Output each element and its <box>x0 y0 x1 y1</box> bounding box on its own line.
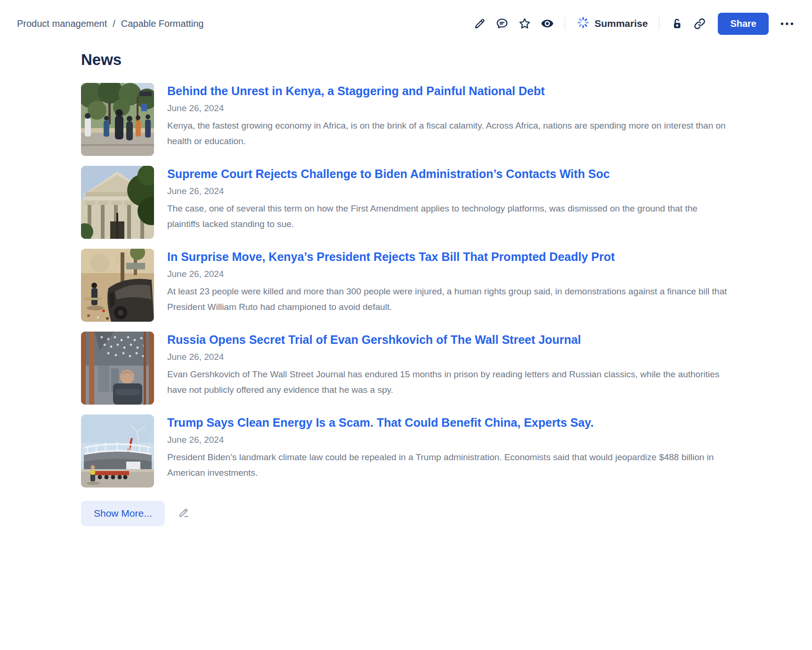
news-item-date: June 26, 2024 <box>167 352 732 362</box>
star-button[interactable] <box>516 15 534 32</box>
news-item-title-link[interactable]: Russia Opens Secret Trial of Evan Gershk… <box>167 333 732 347</box>
edit-button[interactable] <box>471 15 488 32</box>
wind-turbine-site-thumbnail <box>81 414 154 488</box>
news-item-date: June 26, 2024 <box>167 103 732 114</box>
link-icon <box>693 17 706 31</box>
more-ellipsis-icon <box>780 22 794 26</box>
news-item-title-link[interactable]: Supreme Court Rejects Challenge to Biden… <box>167 167 732 181</box>
news-item-kenya-debt: Behind the Unrest in Kenya, a Staggering… <box>81 83 732 156</box>
news-item-supreme-court: Supreme Court Rejects Challenge to Biden… <box>81 166 732 239</box>
inline-edit-button[interactable] <box>177 506 190 520</box>
news-item-title-link[interactable]: Trump Says Clean Energy Is a Scam. That … <box>167 415 732 430</box>
copy-link-button[interactable] <box>690 15 708 32</box>
kenya-protest-thumbnail <box>81 83 154 156</box>
news-item-clean-energy: Trump Says Clean Energy Is a Scam. That … <box>81 414 732 488</box>
breadcrumb-item-space[interactable]: Product management <box>17 18 107 29</box>
glass-cage-thumbnail <box>81 332 154 405</box>
news-item-description: At least 23 people were killed and more … <box>167 284 732 315</box>
edit-pencil-underline-icon <box>177 506 190 520</box>
share-button[interactable]: Share <box>718 13 769 35</box>
comment-button[interactable] <box>493 15 511 32</box>
unlock-icon <box>671 17 683 30</box>
comment-icon <box>495 17 509 30</box>
breadcrumb-separator: / <box>113 18 115 29</box>
news-item-description: Evan Gershkovich of The Wall Street Jour… <box>167 366 732 398</box>
show-more-row: Show More... <box>81 501 732 526</box>
news-item-date: June 26, 2024 <box>167 186 732 196</box>
summarise-label: Summarise <box>594 18 648 29</box>
star-icon <box>518 17 531 30</box>
news-item-gershkovich-trial: Russia Opens Secret Trial of Evan Gershk… <box>81 332 732 405</box>
toolbar-divider <box>565 17 565 30</box>
breadcrumb: Product management / Capable Formatting <box>17 18 203 29</box>
pencil-icon <box>473 17 486 30</box>
watch-button[interactable] <box>538 15 556 32</box>
news-item-date: June 26, 2024 <box>167 435 732 445</box>
sparkle-icon <box>577 16 590 32</box>
toolbar-divider-2 <box>659 17 659 30</box>
news-item-description: Kenya, the fastest growing economy in Af… <box>167 118 732 149</box>
supreme-court-thumbnail <box>81 166 154 239</box>
topbar: Product management / Capable Formatting <box>0 0 812 35</box>
news-item-title-link[interactable]: In Surprise Move, Kenya’s President Reje… <box>167 250 732 264</box>
news-item-description: The case, one of several this term on ho… <box>167 201 732 232</box>
news-list: Behind the Unrest in Kenya, a Staggering… <box>81 83 732 488</box>
news-item-date: June 26, 2024 <box>167 269 732 279</box>
summarise-button[interactable]: Summarise <box>574 14 650 33</box>
breadcrumb-item-page[interactable]: Capable Formatting <box>121 18 204 29</box>
watch-eye-icon <box>540 16 554 31</box>
burned-vehicle-thumbnail <box>81 249 154 322</box>
toolbar-actions: Summarise Share <box>471 13 796 35</box>
page-content: News <box>81 51 732 526</box>
page-title: News <box>81 51 732 69</box>
news-item-kenya-tax-bill: In Surprise Move, Kenya’s President Reje… <box>81 249 732 322</box>
more-actions-button[interactable] <box>778 15 796 32</box>
restrictions-button[interactable] <box>668 15 686 32</box>
show-more-button[interactable]: Show More... <box>81 501 165 526</box>
news-item-description: President Biden’s landmark climate law c… <box>167 449 732 480</box>
news-item-title-link[interactable]: Behind the Unrest in Kenya, a Staggering… <box>167 84 732 98</box>
